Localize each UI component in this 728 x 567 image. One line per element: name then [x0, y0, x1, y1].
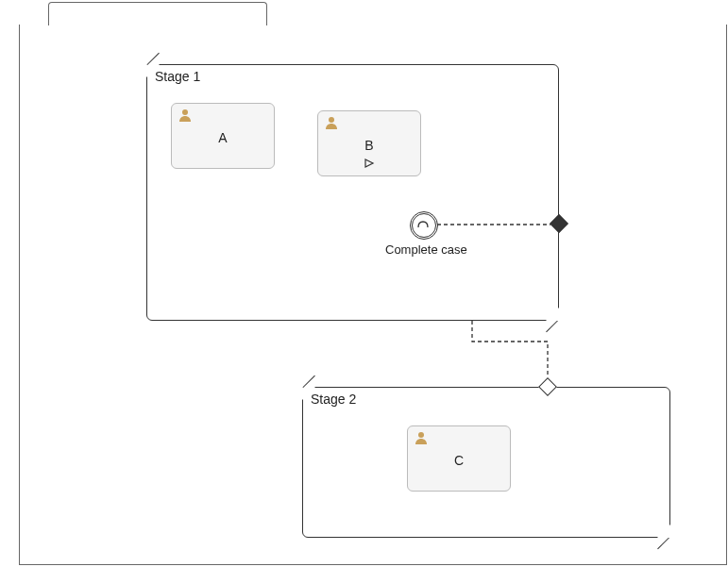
svg-point-1: [329, 117, 334, 123]
stage-2[interactable]: Stage 2 C: [302, 387, 670, 538]
task-c-label: C: [408, 453, 510, 468]
task-b-label: B: [318, 138, 420, 153]
stage-1[interactable]: Stage 1 A B Complete case: [146, 64, 559, 321]
human-task-a[interactable]: A: [171, 103, 275, 169]
stage-2-label: Stage 2: [311, 392, 356, 407]
human-task-c[interactable]: C: [407, 425, 511, 492]
svg-marker-2: [365, 159, 373, 167]
person-icon: [324, 115, 339, 134]
cmmn-diagram-canvas: Stage 1 A B Complete case: [0, 0, 728, 567]
person-icon: [414, 430, 429, 449]
case-plan-tab: [48, 2, 267, 25]
svg-point-4: [418, 432, 424, 438]
svg-point-0: [182, 109, 188, 115]
milestone-label: Complete case: [385, 242, 467, 257]
manual-activation-icon: [364, 158, 375, 172]
task-a-label: A: [172, 130, 274, 145]
person-icon: [178, 108, 193, 126]
milestone-complete-case[interactable]: [410, 211, 438, 240]
stage-1-label: Stage 1: [155, 69, 200, 84]
human-task-b[interactable]: B: [317, 110, 421, 176]
